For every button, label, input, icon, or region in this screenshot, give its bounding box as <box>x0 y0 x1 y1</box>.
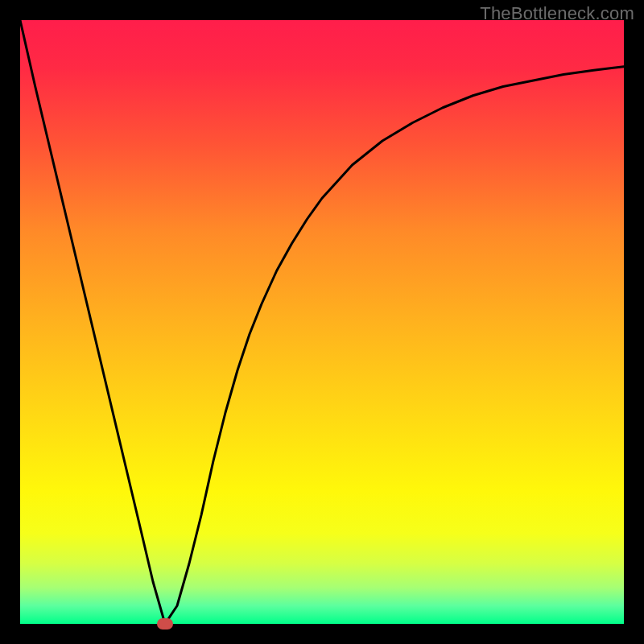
bottleneck-chart <box>20 20 624 624</box>
gradient-background <box>20 20 624 624</box>
attribution-text: TheBottleneck.com <box>480 3 634 24</box>
optimal-point-marker <box>157 618 173 630</box>
